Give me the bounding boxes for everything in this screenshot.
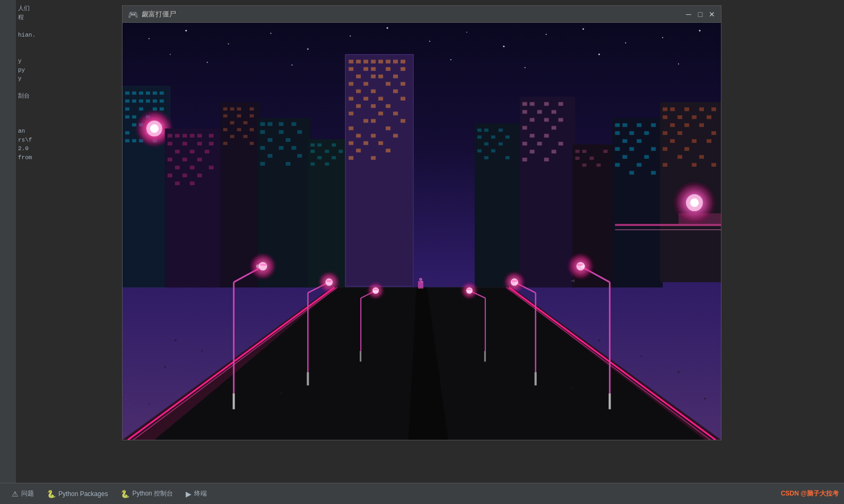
statusbar-python-packages[interactable]: 🐍 Python Packages: [40, 483, 114, 504]
svg-rect-204: [523, 126, 527, 129]
svg-rect-149: [363, 82, 368, 85]
svg-point-283: [175, 340, 177, 342]
svg-rect-43: [132, 115, 136, 118]
svg-rect-29: [146, 91, 150, 94]
svg-rect-198: [523, 110, 527, 114]
svg-rect-210: [559, 142, 563, 145]
svg-rect-345: [678, 393, 680, 394]
svg-rect-249: [677, 115, 682, 119]
svg-rect-329: [484, 351, 486, 362]
svg-rect-36: [153, 99, 157, 102]
svg-rect-241: [651, 171, 656, 175]
svg-rect-181: [477, 128, 482, 132]
maximize-button[interactable]: □: [697, 11, 704, 18]
svg-rect-93: [243, 121, 248, 124]
svg-rect-64: [197, 134, 202, 137]
close-button[interactable]: ✕: [708, 11, 716, 18]
svg-rect-269: [615, 229, 721, 230]
svg-rect-267: [711, 163, 716, 167]
svg-rect-112: [279, 146, 283, 150]
terminal-icon: ▶: [186, 490, 192, 498]
svg-rect-229: [629, 131, 634, 135]
svg-rect-341: [129, 404, 130, 405]
code-line-17: 2.0: [18, 144, 120, 153]
svg-point-292: [572, 387, 573, 389]
svg-rect-92: [230, 121, 234, 124]
svg-rect-138: [401, 60, 405, 64]
svg-rect-113: [291, 146, 296, 150]
svg-rect-226: [637, 123, 641, 127]
svg-rect-262: [684, 147, 689, 151]
svg-rect-227: [651, 123, 656, 127]
svg-rect-328: [535, 372, 537, 386]
svg-rect-221: [582, 163, 586, 167]
svg-rect-28: [139, 91, 143, 94]
code-line-7: y: [18, 57, 120, 66]
svg-rect-90: [237, 114, 241, 117]
svg-rect-147: [393, 75, 398, 79]
svg-rect-89: [223, 114, 228, 117]
svg-rect-205: [552, 126, 556, 129]
svg-rect-137: [393, 60, 398, 64]
svg-rect-175: [378, 141, 383, 145]
svg-rect-76: [175, 166, 180, 169]
svg-rect-340: [126, 398, 127, 399]
svg-rect-31: [160, 91, 164, 94]
svg-point-291: [677, 371, 680, 373]
svg-rect-102: [260, 122, 265, 126]
svg-rect-182: [484, 128, 489, 132]
code-line-8: py: [18, 66, 120, 75]
svg-rect-33: [132, 99, 136, 102]
svg-rect-103: [268, 122, 273, 126]
svg-rect-99: [223, 142, 228, 145]
python-packages-icon: 🐍: [47, 490, 56, 498]
svg-rect-251: [707, 115, 711, 119]
code-line-3: [18, 22, 120, 31]
svg-rect-72: [205, 150, 210, 153]
svg-rect-344: [131, 420, 132, 421]
code-line-6: [18, 48, 120, 57]
svg-rect-166: [371, 119, 376, 123]
svg-rect-83: [190, 181, 195, 185]
statusbar-terminal[interactable]: ▶ 终端: [179, 483, 213, 504]
svg-rect-196: [544, 102, 549, 106]
svg-rect-123: [325, 150, 329, 153]
svg-point-284: [201, 350, 203, 352]
code-line-1: 人们: [18, 4, 120, 13]
svg-point-15: [699, 30, 701, 31]
svg-rect-261: [663, 147, 667, 151]
svg-point-11: [546, 34, 547, 35]
svg-rect-235: [651, 147, 656, 151]
svg-rect-238: [615, 163, 620, 167]
minimize-button[interactable]: ─: [685, 11, 692, 18]
svg-rect-110: [285, 138, 290, 142]
svg-rect-61: [175, 134, 180, 137]
svg-rect-172: [393, 134, 398, 137]
svg-rect-200: [552, 110, 556, 114]
svg-rect-231: [622, 139, 627, 143]
svg-text:⊣: ⊣: [571, 279, 575, 283]
window-title: 觑富打僵尸: [142, 10, 685, 19]
svg-text:⊕: ⊕: [581, 263, 585, 269]
svg-rect-71: [190, 150, 195, 153]
svg-rect-152: [356, 89, 361, 93]
svg-rect-170: [356, 134, 361, 137]
svg-rect-167: [401, 119, 405, 123]
terminal-label: 终端: [194, 489, 207, 498]
svg-rect-228: [615, 131, 620, 135]
svg-rect-38: [125, 107, 129, 110]
svg-point-22: [598, 54, 600, 55]
statusbar-problems[interactable]: ⚠ 问题: [5, 483, 40, 504]
svg-rect-53: [132, 139, 136, 142]
left-sidebar: [0, 0, 16, 504]
svg-rect-214: [544, 158, 549, 161]
svg-rect-245: [684, 107, 689, 111]
svg-rect-135: [378, 60, 383, 64]
python-console-label: Python 控制台: [132, 489, 173, 498]
svg-text:+: +: [373, 289, 376, 294]
svg-rect-144: [356, 75, 361, 79]
svg-rect-326: [360, 351, 361, 362]
code-line-15: an: [18, 127, 120, 136]
svg-rect-154: [393, 89, 398, 93]
statusbar-python-console[interactable]: 🐍 Python 控制台: [114, 483, 179, 504]
